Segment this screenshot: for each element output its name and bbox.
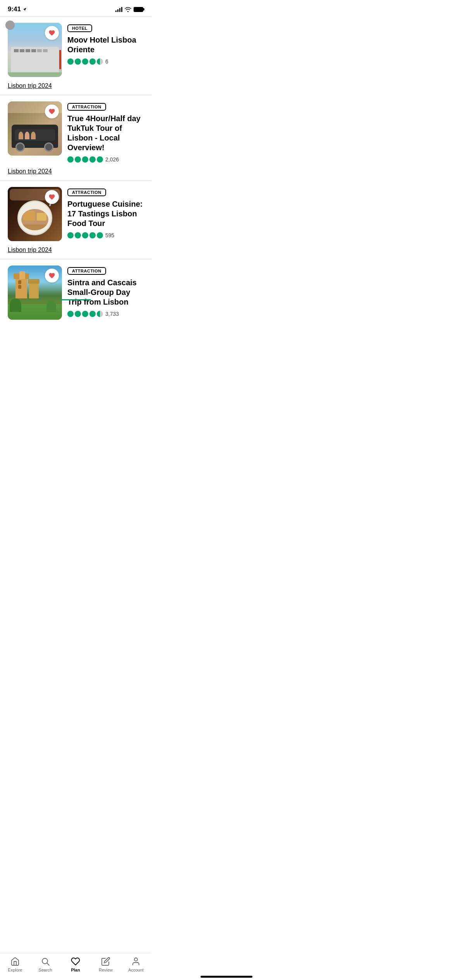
rating-row-hotel: 6	[67, 58, 143, 65]
card-item: ATTRACTION True 4Hour/Half day TukTuk To…	[0, 95, 151, 175]
status-bar: 9:41	[0, 0, 151, 16]
wifi-icon	[125, 7, 131, 12]
card-image-wrap	[8, 187, 62, 241]
card-row: ATTRACTION True 4Hour/Half day TukTuk To…	[8, 101, 143, 163]
dot	[82, 156, 88, 163]
category-badge-hotel: HOTEL	[67, 24, 92, 32]
dot	[67, 232, 74, 238]
card-image-wrap	[8, 23, 62, 77]
card-title-hotel: Moov Hotel Lisboa Oriente	[67, 35, 143, 55]
card-info-tuktuk: ATTRACTION True 4Hour/Half day TukTuk To…	[67, 101, 143, 163]
rating-dots-sintra	[67, 311, 103, 317]
dot	[89, 232, 96, 238]
review-count-food: 595	[105, 232, 114, 238]
rating-dots-hotel	[67, 58, 103, 65]
dot	[82, 58, 88, 65]
favorite-button-hotel[interactable]	[45, 26, 59, 40]
dot	[75, 311, 81, 317]
dot	[97, 311, 103, 317]
signal-icon	[115, 7, 122, 12]
category-badge-tuktuk: ATTRACTION	[67, 103, 106, 111]
dot	[89, 58, 96, 65]
dot	[67, 311, 74, 317]
card-image-wrap	[8, 101, 62, 156]
dot	[75, 156, 81, 163]
card-title-sintra: Sintra and Cascais Small-Group Day Trip …	[67, 278, 143, 307]
card-row: ATTRACTION Sintra and Cascais Small-Grou…	[8, 266, 143, 320]
dot	[75, 232, 81, 238]
dot	[97, 58, 103, 65]
dot	[67, 156, 74, 163]
dot	[97, 156, 103, 163]
card-info-sintra: ATTRACTION Sintra and Cascais Small-Grou…	[67, 266, 143, 317]
trip-label-food[interactable]: Lisbon trip 2024	[8, 247, 143, 254]
rating-row-sintra: 3,733	[67, 311, 143, 317]
trip-label-hotel[interactable]: Lisbon trip 2024	[8, 82, 143, 89]
trip-label-tuktuk[interactable]: Lisbon trip 2024	[8, 168, 143, 175]
scroll-content[interactable]: HOTEL Moov Hotel Lisboa Oriente 6 Lisbon…	[0, 16, 151, 320]
review-count-hotel: 6	[105, 58, 108, 65]
card-item: HOTEL Moov Hotel Lisboa Oriente 6 Lisbon…	[0, 16, 151, 89]
favorite-button-food[interactable]	[45, 190, 59, 204]
location-arrow-icon	[22, 7, 27, 12]
dot	[89, 311, 96, 317]
dot	[75, 58, 81, 65]
card-row: ATTRACTION Portuguese Cuisine: 17 Tastin…	[8, 187, 143, 241]
card-image-wrap	[8, 266, 62, 320]
card-title-food: Portuguese Cuisine: 17 Tastings Lisbon F…	[67, 199, 143, 228]
card-row: HOTEL Moov Hotel Lisboa Oriente 6	[8, 23, 143, 77]
category-badge-food: ATTRACTION	[67, 188, 106, 196]
card-title-tuktuk: True 4Hour/Half day TukTuk Tour of Lisbo…	[67, 114, 143, 152]
dot	[82, 232, 88, 238]
card-info-food: ATTRACTION Portuguese Cuisine: 17 Tastin…	[67, 187, 143, 238]
favorite-button-sintra[interactable]	[45, 269, 59, 283]
plan-active-indicator	[60, 299, 91, 300]
favorite-button-tuktuk[interactable]	[45, 105, 59, 118]
card-item: ATTRACTION Portuguese Cuisine: 17 Tastin…	[0, 180, 151, 254]
status-time: 9:41	[8, 5, 27, 13]
rating-dots-food	[67, 232, 103, 238]
rating-row-food: 595	[67, 232, 143, 238]
dot	[82, 311, 88, 317]
review-count-sintra: 3,733	[105, 311, 119, 317]
review-count-tuktuk: 2,026	[105, 156, 119, 163]
card-item: ATTRACTION Sintra and Cascais Small-Grou…	[0, 259, 151, 320]
status-icons	[115, 7, 143, 12]
rating-row-tuktuk: 2,026	[67, 156, 143, 163]
dot	[67, 58, 74, 65]
gray-dot	[5, 21, 15, 30]
battery-icon	[134, 7, 143, 12]
rating-dots-tuktuk	[67, 156, 103, 163]
dot	[89, 156, 96, 163]
category-badge-sintra: ATTRACTION	[67, 267, 106, 275]
card-info-hotel: HOTEL Moov Hotel Lisboa Oriente 6	[67, 23, 143, 65]
dot	[97, 232, 103, 238]
